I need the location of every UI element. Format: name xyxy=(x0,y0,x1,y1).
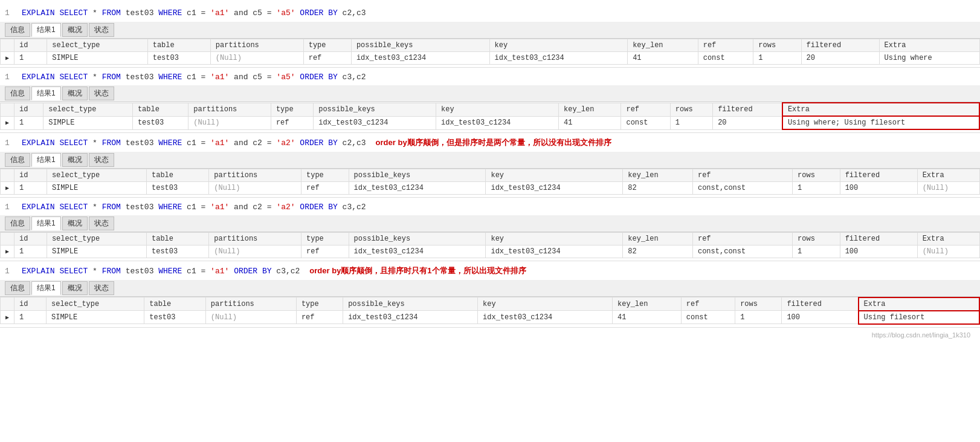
col-arrow xyxy=(1,233,15,245)
sql-code: EXPLAIN SELECT * FROM test03 WHERE c1 = … xyxy=(22,201,366,213)
col-header-Extra: Extra xyxy=(917,169,979,181)
col-header-filtered: filtered xyxy=(840,233,917,245)
col-header-rows: rows xyxy=(753,39,801,51)
sql-line-5: 1EXPLAIN SELECT * FROM test03 WHERE c1 =… xyxy=(0,262,980,280)
tab-状态[interactable]: 状态 xyxy=(89,86,114,100)
sql-line-4: 1EXPLAIN SELECT * FROM test03 WHERE c1 =… xyxy=(0,199,980,216)
col-header-key: key xyxy=(489,39,628,51)
line-number: 1 xyxy=(5,7,17,19)
col-header-table: table xyxy=(146,233,208,245)
cell-select_type: SIMPLE xyxy=(47,181,146,194)
tab-概况[interactable]: 概况 xyxy=(62,216,88,230)
tab-状态[interactable]: 状态 xyxy=(89,153,114,167)
col-header-filtered: filtered xyxy=(840,169,917,181)
tab-结果1[interactable]: 结果1 xyxy=(31,216,61,230)
col-arrow xyxy=(1,169,15,181)
result-table-wrapper: idselect_typetablepartitionstypepossible… xyxy=(0,169,980,198)
cell-partitions: (Null) xyxy=(205,311,296,324)
col-header-table: table xyxy=(146,169,208,181)
col-header-select_type: select_type xyxy=(47,39,147,51)
sql-annotation: order by顺序颠倒，但是排序时是两个常量，所以没有出现文件排序 xyxy=(376,137,611,149)
cell-ref: const,const xyxy=(692,181,792,194)
col-header-table: table xyxy=(147,39,210,51)
section-4: 1EXPLAIN SELECT * FROM test03 WHERE c1 =… xyxy=(0,199,980,262)
tab-bar: 信息结果1概况状态 xyxy=(0,152,980,169)
cell-key_len: 41 xyxy=(613,311,682,324)
cell-key_len: 41 xyxy=(559,116,621,129)
tab-bar: 信息结果1概况状态 xyxy=(0,280,980,297)
cell-id: 1 xyxy=(15,245,47,258)
col-header-Extra: Extra xyxy=(917,233,979,245)
result-table-wrapper: idselect_typetablepartitionstypepossible… xyxy=(0,232,980,261)
sql-code: EXPLAIN SELECT * FROM test03 WHERE c1 = … xyxy=(22,265,300,278)
sql-line-1: 1EXPLAIN SELECT * FROM test03 WHERE c1 =… xyxy=(0,5,980,22)
col-header-table: table xyxy=(144,297,206,311)
cell-id: 1 xyxy=(15,181,47,194)
col-header-possible_keys: possible_keys xyxy=(349,169,486,181)
tab-概况[interactable]: 概况 xyxy=(62,23,88,37)
cell-type: ref xyxy=(301,245,349,258)
cell-possible_keys: idx_test03_c1234 xyxy=(343,311,478,324)
col-header-key: key xyxy=(478,297,613,311)
tab-结果1[interactable]: 结果1 xyxy=(31,281,61,295)
cell-table: test03 xyxy=(147,51,210,64)
cell-ref: const xyxy=(621,116,670,129)
line-number: 1 xyxy=(5,265,17,278)
tab-结果1[interactable]: 结果1 xyxy=(31,153,61,167)
cell-key: idx_test03_c1234 xyxy=(489,51,628,64)
tab-状态[interactable]: 状态 xyxy=(89,281,114,295)
tab-信息[interactable]: 信息 xyxy=(5,86,30,100)
tab-结果1[interactable]: 结果1 xyxy=(31,23,61,37)
cell-filtered: 20 xyxy=(801,51,879,64)
col-header-possible_keys: possible_keys xyxy=(343,297,478,311)
row-arrow: ▶ xyxy=(1,311,15,324)
tab-结果1[interactable]: 结果1 xyxy=(31,86,61,100)
col-header-Extra: Extra xyxy=(859,297,979,311)
page-wrapper: 1EXPLAIN SELECT * FROM test03 WHERE c1 =… xyxy=(0,0,980,346)
tab-状态[interactable]: 状态 xyxy=(89,216,114,230)
row-arrow: ▶ xyxy=(1,245,15,258)
col-header-partitions: partitions xyxy=(205,297,296,311)
cell-partitions: (Null) xyxy=(209,245,301,258)
col-header-key_len: key_len xyxy=(628,39,698,51)
col-header-key: key xyxy=(486,169,623,181)
cell-extra: Using where xyxy=(879,51,979,64)
cell-rows: 1 xyxy=(753,51,801,64)
result-table: idselect_typetablepartitionstypepossible… xyxy=(0,169,980,195)
cell-select_type: SIMPLE xyxy=(44,116,133,129)
result-table: idselect_typetablepartitionstypepossible… xyxy=(0,232,980,258)
cell-partitions: (Null) xyxy=(210,51,303,64)
col-header-key: key xyxy=(436,103,559,116)
result-table: idselect_typetablepartitionstypepossible… xyxy=(0,297,980,325)
col-arrow xyxy=(1,39,15,51)
col-header-type: type xyxy=(271,103,313,116)
tab-信息[interactable]: 信息 xyxy=(5,216,30,230)
tab-状态[interactable]: 状态 xyxy=(89,23,114,37)
tab-信息[interactable]: 信息 xyxy=(5,23,30,37)
cell-table: test03 xyxy=(132,116,188,129)
sql-line-2: 1EXPLAIN SELECT * FROM test03 WHERE c1 =… xyxy=(0,69,980,86)
cell-ref: const xyxy=(681,311,735,324)
col-header-key_len: key_len xyxy=(623,233,693,245)
tab-概况[interactable]: 概况 xyxy=(62,86,88,100)
section-3: 1EXPLAIN SELECT * FROM test03 WHERE c1 =… xyxy=(0,134,980,198)
line-number: 1 xyxy=(5,201,17,213)
col-header-type: type xyxy=(301,169,349,181)
tab-信息[interactable]: 信息 xyxy=(5,153,30,167)
col-header-filtered: filtered xyxy=(782,297,859,311)
tab-信息[interactable]: 信息 xyxy=(5,281,30,295)
tab-概况[interactable]: 概况 xyxy=(62,153,88,167)
col-header-type: type xyxy=(303,39,351,51)
cell-extra: (Null) xyxy=(917,181,979,194)
col-header-ref: ref xyxy=(621,103,670,116)
tab-概况[interactable]: 概况 xyxy=(62,281,88,295)
cell-table: test03 xyxy=(146,181,208,194)
section-5: 1EXPLAIN SELECT * FROM test03 WHERE c1 =… xyxy=(0,262,980,328)
cell-extra: Using filesort xyxy=(859,311,979,324)
cell-possible_keys: idx_test03_c1234 xyxy=(349,245,486,258)
col-header-partitions: partitions xyxy=(209,169,301,181)
cell-filtered: 100 xyxy=(782,311,859,324)
col-header-Extra: Extra xyxy=(782,103,979,116)
cell-type: ref xyxy=(271,116,313,129)
col-header-type: type xyxy=(296,297,343,311)
